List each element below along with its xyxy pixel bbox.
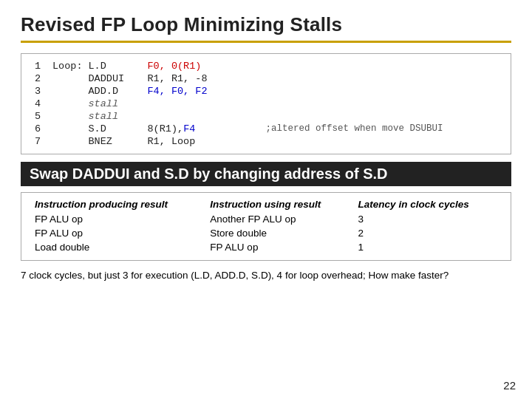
page: Revised FP Loop Minimizing Stalls 1Loop:… bbox=[0, 0, 532, 399]
code-table: 1Loop:L.DF0, 0(R1)2DADDUIR1, R1, -83ADD.… bbox=[32, 60, 500, 148]
code-line-label: Loop: bbox=[50, 60, 86, 72]
latency-data-row: FP ALU opAnother FP ALU op3 bbox=[30, 212, 502, 226]
latency-header-col1: Instruction producing result bbox=[30, 197, 205, 212]
code-line-num: 1 bbox=[32, 60, 50, 72]
code-line-num: 7 bbox=[32, 135, 50, 148]
page-title: Revised FP Loop Minimizing Stalls bbox=[21, 13, 511, 36]
latency-cell-col3: 3 bbox=[354, 212, 502, 226]
latency-cell-col1: FP ALU op bbox=[30, 212, 205, 226]
code-line-args: F4, F0, F2 bbox=[145, 85, 263, 98]
code-box: 1Loop:L.DF0, 0(R1)2DADDUIR1, R1, -83ADD.… bbox=[21, 53, 511, 154]
code-line-label bbox=[50, 98, 86, 110]
code-line-op: S.D bbox=[86, 123, 145, 135]
code-line-num: 5 bbox=[32, 110, 50, 123]
code-line-args: 8(R1),F4 bbox=[145, 123, 263, 135]
code-line-op: ADD.D bbox=[86, 85, 145, 98]
latency-table: Instruction producing resultInstruction … bbox=[30, 197, 502, 254]
code-line-num: 6 bbox=[32, 123, 50, 135]
latency-data-row: Load doubleFP ALU op1 bbox=[30, 240, 502, 254]
latency-data-row: FP ALU opStore double2 bbox=[30, 226, 502, 240]
latency-cell-col3: 1 bbox=[354, 240, 502, 254]
code-row: 5stall bbox=[32, 110, 500, 123]
code-line-op: DADDUI bbox=[86, 72, 145, 85]
latency-cell-col1: Load double bbox=[30, 240, 205, 254]
code-line-num: 3 bbox=[32, 85, 50, 98]
latency-header-col2: Instruction using result bbox=[205, 197, 353, 212]
latency-cell-col2: Store double bbox=[205, 226, 353, 240]
latency-cell-col2: Another FP ALU op bbox=[205, 212, 353, 226]
code-row: 6S.D8(R1),F4;altered offset when move DS… bbox=[32, 123, 500, 135]
code-line-args bbox=[145, 98, 263, 110]
code-row: 2DADDUIR1, R1, -8 bbox=[32, 72, 500, 85]
code-line-args bbox=[145, 110, 263, 123]
latency-cell-col1: FP ALU op bbox=[30, 226, 205, 240]
code-line-label bbox=[50, 72, 86, 85]
bottom-note-text: 7 clock cycles, but just 3 for execution… bbox=[21, 270, 449, 281]
page-number: 22 bbox=[503, 379, 516, 392]
swap-bar: Swap DADDUI and S.D by changing address … bbox=[21, 162, 511, 186]
code-line-num: 4 bbox=[32, 98, 50, 110]
code-line-op: BNEZ bbox=[86, 135, 145, 148]
code-line-op: L.D bbox=[86, 60, 145, 72]
code-line-op: stall bbox=[86, 98, 145, 110]
code-row: 3ADD.DF4, F0, F2 bbox=[32, 85, 500, 98]
latency-cell-col2: FP ALU op bbox=[205, 240, 353, 254]
code-line-label bbox=[50, 110, 86, 123]
code-line-comment: ;altered offset when move DSUBUI bbox=[263, 123, 500, 135]
code-line-label bbox=[50, 123, 86, 135]
code-line-num: 2 bbox=[32, 72, 50, 85]
code-row: 1Loop:L.DF0, 0(R1) bbox=[32, 60, 500, 72]
latency-header-col3: Latency in clock cycles bbox=[354, 197, 502, 212]
title-underline bbox=[21, 41, 511, 43]
code-line-args: F0, 0(R1) bbox=[145, 60, 263, 72]
code-line-args: R1, R1, -8 bbox=[145, 72, 263, 85]
code-line-label bbox=[50, 85, 86, 98]
code-row: 7BNEZR1, Loop bbox=[32, 135, 500, 148]
latency-cell-col3: 2 bbox=[354, 226, 502, 240]
code-line-op: stall bbox=[86, 110, 145, 123]
code-line-label bbox=[50, 135, 86, 148]
code-line-args: R1, Loop bbox=[145, 135, 263, 148]
bottom-note: 7 clock cycles, but just 3 for execution… bbox=[21, 268, 511, 283]
latency-header-row: Instruction producing resultInstruction … bbox=[30, 197, 502, 212]
code-row: 4stall bbox=[32, 98, 500, 110]
latency-table-wrap: Instruction producing resultInstruction … bbox=[21, 192, 511, 261]
